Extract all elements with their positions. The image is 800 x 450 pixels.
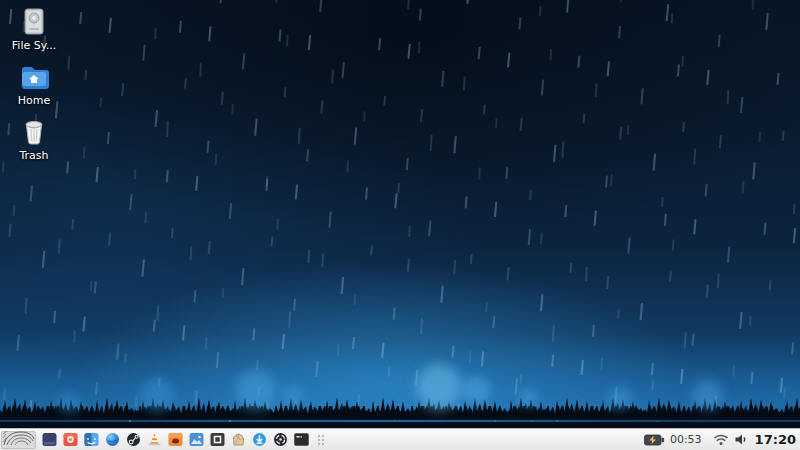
desktop-icon-label: File Sy... <box>4 39 64 52</box>
desktop-icon-file-system[interactable]: File Sy... <box>4 6 64 52</box>
launcher-screenshot-app[interactable] <box>210 432 225 447</box>
swirl-logo-icon <box>2 430 35 450</box>
launcher-browser[interactable] <box>105 432 120 447</box>
launcher-photos-app[interactable] <box>189 432 204 447</box>
launcher-download-app[interactable] <box>252 432 267 447</box>
wallpaper-image <box>0 0 800 428</box>
desktop-icon-list: File Sy... Home Trash <box>4 6 64 171</box>
desktop-icon-label: Home <box>4 94 64 107</box>
volume-icon[interactable] <box>734 433 748 446</box>
bokeh-lights <box>0 0 800 428</box>
orange-blob-icon <box>168 432 183 447</box>
whisker-menu-button[interactable] <box>1 431 36 449</box>
launcher-finder-face-app[interactable] <box>84 432 99 447</box>
terminal-icon <box>294 432 309 447</box>
launcher-steam[interactable] <box>126 432 141 447</box>
wifi-icon[interactable] <box>713 433 729 446</box>
dark-aperture-icon <box>273 432 288 447</box>
hard-drive-icon <box>18 6 50 38</box>
launcher-indigo-app[interactable] <box>42 432 57 447</box>
battery-charging-icon[interactable] <box>644 434 665 446</box>
launcher-camera-app[interactable] <box>63 432 78 447</box>
orange-cone-icon <box>147 432 162 447</box>
desktop-screen: File Sy... Home Trash <box>0 0 800 450</box>
system-tray: 00:53 17:20 <box>644 432 796 447</box>
tan-package-icon <box>231 432 246 447</box>
launcher-archive-app[interactable] <box>231 432 246 447</box>
taskbar: 00:53 17:20 <box>0 428 800 450</box>
clock[interactable]: 17:20 <box>755 432 796 447</box>
desktop-icon-home[interactable]: Home <box>4 61 64 107</box>
desktop-icon-trash[interactable]: Trash <box>4 116 64 162</box>
desktop-icon-label: Trash <box>4 149 64 162</box>
blue-folder-home-icon <box>18 61 50 93</box>
dark-indigo-square-icon <box>42 432 57 447</box>
panel-handle-dots[interactable] <box>317 433 324 447</box>
trash-can-icon <box>18 116 50 148</box>
launcher-vlc[interactable] <box>147 432 162 447</box>
launcher-obs-studio[interactable] <box>273 432 288 447</box>
battery-time-remaining[interactable]: 00:53 <box>670 433 702 446</box>
blue-down-arrow-icon <box>252 432 267 447</box>
blue-photo-icon <box>189 432 204 447</box>
launcher-terminal[interactable] <box>294 432 309 447</box>
blue-face-icon <box>84 432 99 447</box>
dark-square-frame-icon <box>210 432 225 447</box>
steam-piston-icon <box>126 432 141 447</box>
red-camera-icon <box>63 432 78 447</box>
launcher-orange-app[interactable] <box>168 432 183 447</box>
blue-globe-icon <box>105 432 120 447</box>
